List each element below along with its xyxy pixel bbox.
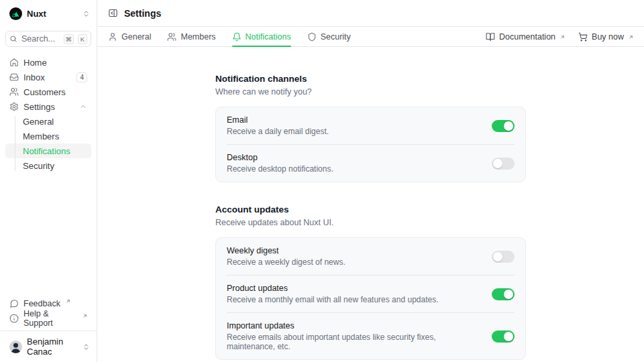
kbd-cmd: ⌘ [64, 34, 74, 44]
toggle-knob [504, 332, 513, 341]
inbox-icon [9, 72, 19, 82]
toggle-weekly-digest[interactable] [492, 251, 515, 263]
sidebar-item-label: Home [23, 58, 47, 68]
toggle-product-updates[interactable] [492, 288, 515, 300]
sidebar-footer-nav: Feedback Help & Support [0, 296, 97, 330]
tab-label: Members [180, 32, 215, 42]
kbd-k: K [78, 34, 87, 44]
sidebar-item-general[interactable]: General [5, 114, 91, 129]
chevrons-up-down-icon [83, 10, 90, 17]
sidebar-item-inbox[interactable]: Inbox 4 [5, 70, 91, 84]
section-subtitle: Receive updates about Nuxt UI. [215, 218, 526, 227]
user-menu[interactable]: Benjamin Canac [0, 330, 97, 362]
setting-label: Important updates [227, 321, 481, 330]
sidebar-subitem-label: General [23, 117, 54, 127]
cart-icon [578, 32, 588, 42]
sidebar-subitem-label: Members [23, 131, 59, 141]
setting-row: Weekly digest Receive a weekly digest of… [227, 238, 515, 275]
setting-label: Weekly digest [227, 246, 345, 255]
toggle-desktop[interactable] [492, 158, 515, 170]
inbox-count-badge: 4 [76, 72, 87, 82]
sidebar-item-security[interactable]: Security [5, 158, 91, 173]
settings-subnav: General Members Notifications Security [5, 114, 91, 173]
tab-label: Notifications [246, 32, 291, 42]
setting-description: Receive a weekly digest of news. [227, 257, 345, 267]
external-link-icon [83, 314, 87, 318]
settings-section: Notification channels Where can we notif… [215, 74, 526, 182]
workspace-selector[interactable]: Nuxt [0, 0, 97, 20]
search-placeholder: Search... [21, 34, 55, 44]
sidebar-item-customers[interactable]: Customers [5, 84, 91, 99]
content: Notification channels Where can we notif… [97, 47, 644, 362]
user-name: Benjamin Canac [27, 337, 78, 357]
setting-row: Important updates Receive emails about i… [227, 312, 515, 359]
main-panel: Settings General Members Notifications S… [97, 0, 644, 362]
toggle-email[interactable] [492, 120, 515, 132]
chevron-up-icon [79, 103, 87, 111]
setting-row: Desktop Receive desktop notifications. [227, 144, 515, 182]
search-input[interactable]: Search... ⌘ K [5, 31, 91, 47]
setting-label: Email [227, 115, 329, 125]
users-icon [9, 87, 19, 97]
gear-icon [9, 102, 19, 111]
footer-item-label: Help & Support [23, 309, 77, 328]
setting-description: Receive a daily email digest. [227, 127, 329, 136]
workspace-name: Nuxt [27, 9, 46, 19]
setting-label: Desktop [227, 153, 333, 162]
sidebar-subitem-label: Security [23, 161, 54, 171]
sidebar-item-members[interactable]: Members [5, 129, 91, 143]
home-icon [9, 58, 19, 67]
users-icon [167, 32, 176, 42]
chevrons-up-down-icon [83, 343, 90, 351]
toggle-knob [504, 290, 513, 299]
setting-label: Product updates [227, 284, 439, 293]
bell-icon [232, 32, 241, 42]
tab-label: Security [321, 32, 351, 42]
sidebar-item-notifications[interactable]: Notifications [5, 143, 91, 158]
sidebar-item-home[interactable]: Home [5, 55, 91, 70]
documentation-button[interactable]: Documentation [486, 32, 565, 42]
nuxt-logo-icon [9, 7, 22, 20]
search-icon [9, 35, 17, 43]
section-subtitle: Where can we notify you? [215, 87, 526, 97]
external-link-icon [629, 35, 633, 40]
buy-now-button[interactable]: Buy now [578, 32, 633, 42]
panel-left-close-icon[interactable] [108, 8, 118, 18]
book-open-icon [486, 32, 495, 42]
sidebar-item-label: Settings [23, 102, 55, 112]
page-header: Settings [97, 0, 644, 27]
sidebar-subitem-label: Notifications [23, 146, 70, 156]
user-icon [108, 32, 117, 42]
toggle-knob [493, 252, 502, 261]
tab-members[interactable]: Members [167, 27, 215, 46]
tab-label: General [121, 32, 151, 42]
tab-notifications[interactable]: Notifications [232, 27, 291, 46]
sidebar-item-settings[interactable]: Settings [5, 99, 91, 114]
settings-card: Email Receive a daily email digest. Desk… [215, 107, 526, 182]
tab-security[interactable]: Security [307, 27, 351, 46]
section-title: Account updates [215, 204, 526, 215]
setting-description: Receive desktop notifications. [227, 164, 333, 174]
setting-row: Email Receive a daily email digest. [227, 107, 515, 144]
toggle-important-updates[interactable] [492, 330, 515, 343]
section-title: Notification channels [215, 74, 526, 84]
action-label: Buy now [592, 32, 624, 42]
action-label: Documentation [499, 32, 555, 42]
page-title: Settings [124, 8, 161, 19]
sidebar-item-label: Inbox [23, 72, 45, 82]
footer-item-label: Feedback [23, 299, 60, 308]
sidebar-item-help-support[interactable]: Help & Support [5, 311, 91, 326]
settings-card: Weekly digest Receive a weekly digest of… [215, 237, 526, 360]
message-icon [9, 299, 19, 308]
tab-general[interactable]: General [108, 27, 151, 46]
sidebar: Nuxt Search... ⌘ K Home Inbox 4 Customer… [0, 0, 97, 362]
toolbar: General Members Notifications Security D… [97, 27, 644, 47]
toggle-knob [504, 121, 513, 131]
setting-description: Receive emails about important updates l… [227, 333, 481, 351]
shield-icon [307, 32, 317, 42]
external-link-icon [66, 299, 70, 304]
info-icon [9, 314, 19, 323]
setting-row: Product updates Receive a monthly email … [227, 275, 515, 312]
tabs: General Members Notifications Security [108, 27, 351, 46]
settings-section: Account updates Receive updates about Nu… [215, 204, 526, 360]
